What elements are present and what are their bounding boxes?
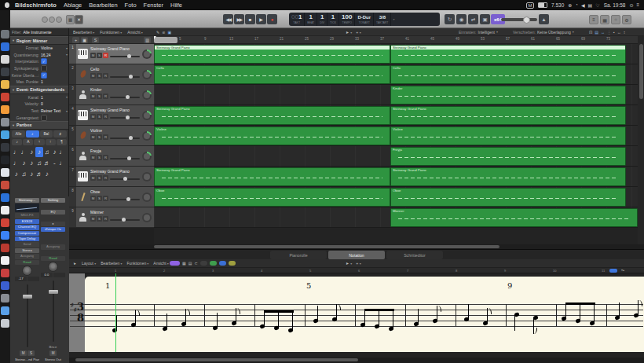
menubar-clock[interactable]: Sa. 19:58 <box>604 2 626 8</box>
track-lane-8[interactable]: OboeOboe <box>154 187 638 207</box>
partbox-tab-0[interactable]: Alle <box>12 130 25 138</box>
dock-icon-9[interactable] <box>1 143 9 152</box>
wifi-icon[interactable]: ♡ <box>595 2 599 8</box>
region-param-checkbox[interactable] <box>41 65 47 72</box>
region-param-value[interactable]: 1 <box>41 79 68 84</box>
fast-forward-button[interactable]: ▶▶ <box>234 14 244 24</box>
menu-funktionen[interactable]: Funktionen ▾ <box>100 30 122 35</box>
scrollbar-thumb[interactable] <box>639 44 643 99</box>
list-icon[interactable]: ≡ <box>636 2 639 8</box>
clock-icon[interactable]: ◔ <box>575 2 578 8</box>
dock-icon-21[interactable] <box>1 294 9 302</box>
region-param-checkbox[interactable]: ✓ <box>41 72 47 79</box>
solo-button[interactable]: S <box>97 175 102 181</box>
lock-icon[interactable]: ▪ <box>613 30 615 35</box>
menu-bearbeiten[interactable]: Bearbeiten <box>89 2 117 9</box>
EQ-slot[interactable]: EQ <box>41 210 65 214</box>
scrollbar-thumb[interactable] <box>75 358 358 361</box>
apple-menu-icon[interactable] <box>5 2 9 8</box>
master-volume-thumb[interactable] <box>523 16 530 24</box>
event-param-row-2[interactable]: Text:Reiner Text▾ <box>10 108 68 115</box>
solo-button[interactable]: S <box>97 134 102 140</box>
region-param-row-5[interactable]: Max. Punkte:1 <box>10 79 68 86</box>
manager-status-icon[interactable]: M <box>526 2 534 9</box>
track-lane-5[interactable]: ViolineVioline <box>154 126 638 146</box>
partbox-tab-2[interactable]: Bal <box>40 130 53 138</box>
volume-slider[interactable] <box>110 199 140 200</box>
volume-value[interactable]: 0.0 <box>41 273 53 277</box>
region-param-value[interactable]: Violine <box>41 46 66 50</box>
partbox-note-cell[interactable]: - <box>51 158 59 168</box>
dock-icon-19[interactable] <box>1 269 9 277</box>
track-header-7[interactable]: 7Steinway Grand PianoMSR <box>69 167 154 187</box>
partbox-note-cell[interactable]: ♩ <box>58 147 66 157</box>
crossfade-icon[interactable]: ↔ <box>601 30 605 35</box>
●-slot[interactable]: ● <box>41 222 65 226</box>
Read-slot[interactable]: Read <box>15 260 39 265</box>
midi-region[interactable]: Steinway Grand Piano <box>390 167 626 186</box>
count-in-icon[interactable]: ▣ <box>480 14 490 24</box>
midi-region[interactable]: Steinway Grand Piano <box>154 106 390 125</box>
midi-region[interactable]: Steinway Grand Piano <box>390 45 626 64</box>
midi-region[interactable]: Steinway Grand Piano <box>154 167 390 186</box>
partbox-note-cell[interactable]: ♪ <box>13 169 20 179</box>
dock-icon-1[interactable] <box>1 42 9 51</box>
partbox-tab-3[interactable]: ♯ <box>53 130 67 138</box>
command-tool-selector[interactable]: + ▾ <box>356 261 360 266</box>
Read-slot[interactable]: Read <box>41 256 65 261</box>
score-zoom-icons[interactable]: ▾▴ <box>621 268 624 272</box>
autopunch-icon[interactable]: ◉ <box>456 14 467 24</box>
event-section-header[interactable]: ▼ Event: Einfügestandards <box>10 86 68 94</box>
volume-slider[interactable] <box>110 138 140 139</box>
drag-mode-icon[interactable]: ⊡ <box>589 30 592 35</box>
solo-button[interactable]: S <box>97 196 102 201</box>
vertical-scrollbar[interactable] <box>638 36 644 244</box>
midi-region[interactable]: Violine <box>154 126 390 145</box>
event-param-row-1[interactable]: Velocity:0 <box>10 101 68 108</box>
midi-in-button[interactable] <box>170 261 180 266</box>
partbox-note-cell[interactable]: ♬ <box>43 158 51 168</box>
volume-slider[interactable] <box>110 158 140 160</box>
flex-icon[interactable]: ≋ <box>162 30 165 35</box>
menu-ablage[interactable]: Ablage <box>64 2 82 9</box>
track-header-9[interactable]: 9MännerMSR <box>69 207 154 228</box>
brace-icon[interactable]: ⊂ <box>194 261 197 266</box>
volume-slider[interactable] <box>110 178 140 180</box>
midi-region[interactable]: Steinway Grand Piano <box>390 106 626 125</box>
media-icon[interactable]: ▦ <box>600 15 609 24</box>
eq-thumbnail[interactable] <box>15 204 39 212</box>
fader[interactable] <box>41 278 65 344</box>
fader-grip[interactable] <box>49 290 58 294</box>
dock-icon-3[interactable] <box>1 68 9 76</box>
partbox-section-header[interactable]: ▼ Partbox <box>10 121 68 130</box>
solo-button[interactable]: S <box>97 155 102 160</box>
search-icon[interactable]: ⊙ <box>629 2 633 8</box>
score-menu-bearbeiten[interactable]: Bearbeiten ▾ <box>101 261 122 266</box>
partbox-note-cell[interactable]: ♬ <box>35 169 43 179</box>
global-solo-button[interactable]: S <box>92 37 99 43</box>
partbox-note-cell[interactable]: ♩ <box>20 147 28 157</box>
dock-icon-8[interactable] <box>1 130 9 139</box>
track-lane-9[interactable]: Männer <box>154 207 638 228</box>
volume-icon[interactable]: ◀ <box>581 2 585 8</box>
partbox-note-cell[interactable]: ♩ <box>13 147 20 157</box>
lcd-display[interactable]: 001TAKT1BEAT1DIV1TICK100TEMPOD-DurTONART… <box>289 13 440 26</box>
MIDI-FX-slot[interactable]: MIDI-FX <box>15 213 39 218</box>
volume-slider[interactable] <box>110 219 140 221</box>
track-header-4[interactable]: 4Steinway Grand PianoMSR <box>69 105 154 126</box>
track-header-3[interactable]: 3KinderMSR <box>69 85 154 105</box>
dock-icon-12[interactable] <box>1 181 9 189</box>
region-param-row-4[interactable]: Keine Überla…:✓ <box>10 72 68 79</box>
Stereo-slot[interactable]: Stereo <box>15 248 39 253</box>
mute-button[interactable]: M <box>90 73 96 79</box>
snap-value[interactable]: Intelligent <box>478 30 495 35</box>
track-header-2[interactable]: 2CelloMSR <box>69 64 154 85</box>
window-close-button[interactable] <box>42 16 48 23</box>
partbox-tab-1[interactable]: ♪ <box>26 130 39 138</box>
partbox-note-cell[interactable]: ♪ <box>27 147 35 157</box>
region-section-header[interactable]: ▼ Region: Männer <box>10 36 68 45</box>
solo-button[interactable]: S <box>97 114 102 119</box>
dock-icon-15[interactable] <box>1 218 9 227</box>
dock-icon-22[interactable] <box>1 306 9 315</box>
record-enable-button[interactable]: R <box>103 114 108 119</box>
